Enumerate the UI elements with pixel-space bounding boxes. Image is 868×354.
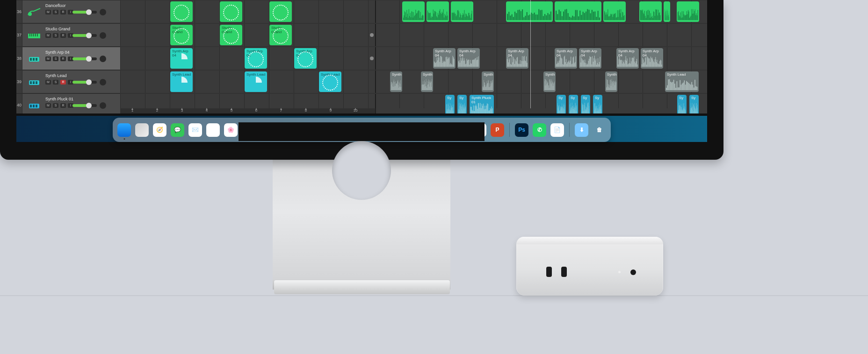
region[interactable]: Synth	[605, 71, 617, 92]
track-header[interactable]: 36DancefloorMSRI	[16, 0, 120, 23]
region[interactable]: Sy	[593, 95, 602, 113]
track-name[interactable]: Synth Lead	[45, 73, 67, 78]
track-pan-knob[interactable]	[100, 79, 106, 85]
track-header[interactable]: 40Synth Pluck 01MSRI	[16, 93, 120, 113]
track-lane-cells[interactable]: Synth Arp 04Synth Arp 04Synth Arp 04	[120, 47, 375, 70]
region[interactable]: Synth Pluck 01	[470, 95, 494, 113]
track-pan-knob[interactable]	[100, 102, 106, 109]
automation-toggle[interactable]	[369, 47, 375, 70]
dock-docs-icon[interactable]: 📄	[550, 123, 564, 137]
region[interactable]	[677, 1, 699, 22]
track-name[interactable]: Synth Arp 04	[45, 50, 70, 55]
track-volume-slider[interactable]	[72, 81, 97, 84]
track-lane-arrange[interactable]: SySySynth Pluck 01SySySySySySy	[375, 93, 707, 113]
clip-cell[interactable]: Synth Arp 04	[294, 48, 317, 69]
track-r-button[interactable]: R	[60, 103, 66, 108]
dock-photoshop-icon[interactable]: Ps	[515, 123, 528, 137]
clip-cell[interactable]	[170, 1, 193, 22]
region[interactable]: Synth	[543, 71, 556, 92]
clip-cell[interactable]: Studio Grand	[269, 25, 292, 45]
dock-messages-icon[interactable]: 💬	[171, 123, 184, 137]
track-r-button[interactable]: R	[60, 80, 66, 85]
track-lane-arrange[interactable]: Synth Arp 04Synth Arp 04Synth Arp 04Synt…	[375, 47, 707, 70]
track-pan-knob[interactable]	[100, 9, 106, 15]
region[interactable]: Sy	[445, 95, 455, 113]
track-header[interactable]: 37Studio GrandMSRI	[16, 23, 120, 47]
track-m-button[interactable]: M	[45, 57, 51, 61]
clip-cell[interactable]: Synth Lead	[170, 71, 193, 92]
track-header[interactable]: 39Synth LeadMSRI	[16, 70, 120, 93]
track-s-button[interactable]: S	[53, 103, 58, 108]
track-lane-cells[interactable]: Synth LeadSynth LeadSynth Lead	[120, 70, 375, 93]
clip-cell[interactable]: Synth Arp 04	[245, 48, 267, 69]
track-name[interactable]: Dancefloor	[45, 3, 66, 8]
region[interactable]	[451, 1, 473, 22]
region[interactable]: Synth Arp 04	[457, 48, 480, 69]
clip-cell[interactable]: Studio Grand	[170, 25, 193, 45]
track-volume-slider[interactable]	[72, 104, 97, 107]
region[interactable]	[402, 1, 425, 22]
track-m-button[interactable]: M	[45, 80, 51, 85]
region[interactable]: Synth Lead	[665, 71, 699, 92]
region[interactable]	[639, 1, 662, 22]
track-s-button[interactable]: S	[53, 33, 58, 38]
region[interactable]: Sy	[457, 95, 467, 113]
region[interactable]: Synth Arp 04	[616, 48, 639, 69]
track-m-button[interactable]: M	[45, 103, 51, 108]
region[interactable]: Sy	[677, 95, 687, 113]
track-pan-knob[interactable]	[100, 56, 106, 62]
clip-cell[interactable]	[220, 1, 242, 22]
region[interactable]: Synth Arp 04	[579, 48, 601, 69]
region[interactable]	[506, 1, 553, 22]
track-volume-slider[interactable]	[72, 57, 97, 60]
region[interactable]	[603, 1, 626, 22]
track-r-button[interactable]: R	[60, 33, 66, 38]
region[interactable]	[427, 1, 449, 22]
region[interactable]: Synth	[482, 71, 494, 92]
track-s-button[interactable]: S	[53, 10, 58, 14]
region[interactable]: Synth	[421, 71, 433, 92]
dock-downloads-icon[interactable]: ⬇	[575, 123, 588, 137]
track-lane-arrange[interactable]	[375, 0, 707, 23]
dock-mail-icon[interactable]: ✉️	[188, 123, 202, 137]
track-s-button[interactable]: S	[53, 57, 58, 61]
track-volume-slider[interactable]	[72, 34, 97, 37]
region[interactable]: Synth Arp 04	[555, 48, 577, 69]
track-lane-cells[interactable]: Studio GrandStudio GrandStudio Grand	[120, 23, 375, 47]
dock-photos-icon[interactable]: 🌸	[224, 123, 238, 137]
region[interactable]	[555, 1, 601, 22]
dock-maps-icon[interactable]: 🗺	[206, 123, 220, 137]
track-lane-cells[interactable]	[120, 0, 375, 23]
track-lane-cells[interactable]	[120, 93, 375, 113]
region[interactable]: Synth Arp 04	[506, 48, 528, 69]
region[interactable]: Synth	[390, 71, 402, 92]
dock-launchpad-icon[interactable]	[135, 123, 149, 137]
track-r-button[interactable]: R	[60, 57, 66, 61]
track-pan-knob[interactable]	[100, 32, 106, 39]
region[interactable]: Synth Arp 04	[433, 48, 456, 69]
track-lane-arrange[interactable]	[375, 23, 707, 47]
clip-cell[interactable]	[269, 1, 292, 22]
region[interactable]: Synth Arp 04	[641, 48, 663, 69]
dock-trash-icon[interactable]: 🗑	[593, 123, 606, 137]
dock-whatsapp-icon[interactable]: ✆	[533, 123, 546, 137]
dock-finder-icon[interactable]	[117, 123, 131, 137]
track-r-button[interactable]: R	[60, 10, 66, 14]
clip-cell[interactable]: Studio Grand	[220, 25, 242, 45]
clip-cell[interactable]: Synth Lead	[319, 71, 341, 92]
clip-cell[interactable]: Synth Lead	[245, 71, 267, 92]
region[interactable]: Sy	[569, 95, 578, 113]
dock-powerpoint-icon[interactable]: P	[491, 123, 504, 137]
track-header[interactable]: 38Synth Arp 04MSRI	[16, 47, 120, 70]
track-volume-slider[interactable]	[72, 11, 97, 14]
region[interactable]: Sy	[689, 95, 699, 113]
playhead[interactable]	[530, 0, 531, 108]
track-m-button[interactable]: M	[45, 33, 51, 38]
clip-cell[interactable]: Synth Arp 04	[170, 48, 193, 69]
track-s-button[interactable]: S	[53, 80, 58, 85]
dock-safari-icon[interactable]: 🧭	[153, 123, 166, 137]
track-m-button[interactable]: M	[45, 10, 51, 14]
automation-toggle[interactable]	[369, 23, 375, 47]
region[interactable]: Sy	[557, 95, 566, 113]
track-name[interactable]: Studio Grand	[45, 27, 70, 31]
